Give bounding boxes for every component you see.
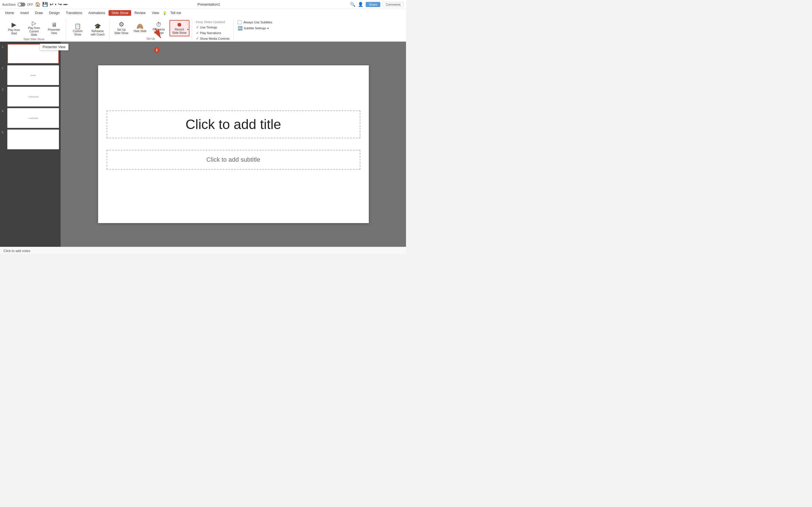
menu-animations[interactable]: Animations	[86, 10, 108, 16]
autosave-off-label: OFF	[27, 3, 33, 6]
hide-slide-label: Hide Slide	[134, 30, 147, 33]
title-bar-right: 🔍 👤 Share Comments	[350, 2, 404, 7]
ribbon: ▶ Play from Start ▷ Play from Current Sl…	[0, 17, 406, 42]
slide-number-3: 3	[2, 87, 6, 91]
slide-panel[interactable]: 1 2 asdad 3 • slidesbullet 4	[0, 42, 61, 247]
setup-icon: ⚙	[119, 21, 124, 27]
keep-slides-updated-label: Keep Slides Updated	[196, 20, 225, 24]
subtitle-settings-label: Subtitle Settings	[244, 26, 266, 30]
record-icon: ⏺	[176, 22, 182, 27]
autosave-toggle[interactable]	[17, 3, 26, 6]
slide-canvas[interactable]: Click to add title Click to add subtitle	[98, 65, 369, 223]
slide-item-5[interactable]: 5	[2, 129, 59, 149]
keep-slides-updated-row: Keep Slides Updated	[194, 20, 227, 24]
play-from-current-button[interactable]: ▷ Play from Current Slide	[24, 19, 43, 38]
menu-insert[interactable]: Insert	[17, 10, 32, 16]
presenter-view-button[interactable]: 🖥 Presenter View	[45, 21, 63, 36]
group-start-label: Start Slide Show	[24, 38, 45, 42]
presentation-title: Presentation1	[197, 2, 220, 6]
canvas-subtitle: Click to add subtitle	[206, 156, 260, 163]
main-area: 1 2 asdad 3 • slidesbullet 4	[0, 42, 406, 247]
play-from-start-button[interactable]: ▶ Play from Start	[4, 20, 23, 36]
search-icon[interactable]: 🔍	[350, 2, 356, 7]
share-button[interactable]: Share	[366, 2, 380, 7]
slide-thumb-5[interactable]	[7, 129, 59, 149]
menu-design[interactable]: Design	[46, 10, 62, 16]
slide-number-4: 4	[2, 108, 6, 113]
presenter-view-icon: 🖥	[51, 22, 57, 27]
menu-draw[interactable]: Draw	[32, 10, 46, 16]
use-timings-label: Use Timings	[200, 25, 217, 29]
record-label: Record Slide Show	[172, 28, 187, 35]
play-from-current-icon: ▷	[32, 20, 36, 26]
redo-dropdown-icon[interactable]: ▾	[55, 3, 56, 6]
play-from-start-icon: ▶	[11, 22, 16, 28]
slide-item-3[interactable]: 3 • slidesbullet	[2, 87, 59, 107]
play-narrations-row[interactable]: ✓ Play Narrations	[194, 30, 223, 36]
menu-home[interactable]: Home	[2, 10, 17, 16]
slide-item-2[interactable]: 2 asdad	[2, 65, 59, 85]
notes-bar[interactable]: Click to add notes	[0, 247, 406, 253]
rehearse-timings-button[interactable]: ⏱ Rehearse Timings	[149, 20, 168, 36]
subtitle-placeholder-box[interactable]: Click to add subtitle	[107, 150, 360, 170]
slide-thumb-2[interactable]: asdad	[7, 65, 59, 85]
tell-me-icon: 💡	[162, 11, 167, 15]
home-icon[interactable]: 🏠	[35, 2, 41, 7]
menu-tell-me[interactable]: Tell me	[167, 10, 184, 16]
menu-review[interactable]: Review	[132, 10, 148, 16]
subtitle-settings-dropdown[interactable]: ▾	[267, 27, 269, 30]
always-use-subtitles-label: Always Use Subtitles	[243, 20, 272, 24]
notes-text: Click to add notes	[3, 249, 30, 253]
rehearse-coach-label: Rehearse with Coach	[90, 30, 105, 36]
record-dropdown-arrow[interactable]: ▾	[187, 28, 188, 31]
canvas-title: Click to add title	[186, 117, 281, 132]
custom-show-button[interactable]: 📋 Custom Show	[68, 22, 87, 38]
save-icon[interactable]: 💾	[42, 2, 48, 7]
canvas-area: Click to add title Click to add subtitle	[61, 42, 406, 247]
undo-icon[interactable]: ↩	[50, 2, 53, 7]
custom-show-icon: 📋	[74, 23, 81, 29]
redo-icon[interactable]: ↪	[58, 2, 62, 7]
rehearse-with-coach-button[interactable]: 🎓 Rehearse with Coach	[88, 22, 107, 38]
subtitle-checkbox[interactable]	[238, 20, 242, 24]
menu-transitions[interactable]: Transitions	[63, 10, 85, 16]
presenter-view-tooltip: Presenter View	[40, 44, 68, 50]
slide-3-content: • slidesbullet	[27, 95, 40, 99]
more-commands-icon[interactable]: •••	[63, 2, 68, 7]
record-slide-show-button[interactable]: ⏺ Record Slide Show ▾	[169, 20, 190, 36]
slide-2-content: asdad	[29, 73, 37, 77]
slide-thumb-4[interactable]: • autobullet	[7, 108, 59, 128]
play-narrations-label: Play Narrations	[200, 31, 221, 35]
ribbon-group-custom: 📋 Custom Show 🎓 Rehearse with Coach	[66, 18, 110, 41]
show-media-controls-row[interactable]: ✓ Show Media Controls	[194, 36, 232, 41]
subtitle-settings-row[interactable]: 🔤 Subtitle Settings ▾	[236, 25, 270, 31]
slide-number-2: 2	[2, 65, 6, 70]
play-from-current-label: Play from Current Slide	[26, 26, 42, 37]
always-use-subtitles-row[interactable]: Always Use Subtitles	[236, 20, 274, 25]
show-media-label: Show Media Controls	[200, 37, 230, 40]
ribbon-group-start-slideshow: ▶ Play from Start ▷ Play from Current Sl…	[2, 18, 66, 41]
title-bar: AutoSave OFF 🏠 💾 ↩ ▾ ↪ ••• Presentation1…	[0, 0, 406, 9]
hide-slide-icon: 🙈	[137, 23, 144, 29]
slide-number-5: 5	[2, 129, 6, 134]
menu-view[interactable]: View	[149, 10, 162, 16]
use-timings-row[interactable]: ✓ Use Timings	[194, 24, 219, 30]
account-icon[interactable]: 👤	[358, 2, 363, 7]
rehearse-timings-label: Rehearse Timings	[151, 28, 167, 35]
custom-show-label: Custom Show	[70, 30, 86, 36]
slide-thumb-3[interactable]: • slidesbullet	[7, 87, 59, 107]
ribbon-group-setup: ⚙ Set Up Slide Show 🙈 Hide Slide ⏱ Rehea…	[110, 18, 192, 41]
set-up-slide-show-button[interactable]: ⚙ Set Up Slide Show	[112, 20, 131, 36]
subtitle-settings-icon: 🔤	[238, 26, 243, 31]
play-from-start-label: Play from Start	[6, 29, 22, 35]
autosave-label: AutoSave	[2, 3, 16, 6]
presenter-view-label: Presenter View	[46, 28, 62, 35]
comments-button[interactable]: Comments	[383, 2, 404, 7]
slide-item-4[interactable]: 4 • autobullet	[2, 108, 59, 128]
show-media-check: ✓	[196, 36, 199, 41]
menu-slideshow[interactable]: Slide Show	[109, 10, 131, 16]
title-placeholder-box[interactable]: Click to add title	[107, 110, 360, 138]
slide-4-content: • autobullet	[27, 116, 39, 120]
setup-label: Set Up Slide Show	[114, 28, 129, 35]
hide-slide-button[interactable]: 🙈 Hide Slide	[132, 22, 148, 34]
